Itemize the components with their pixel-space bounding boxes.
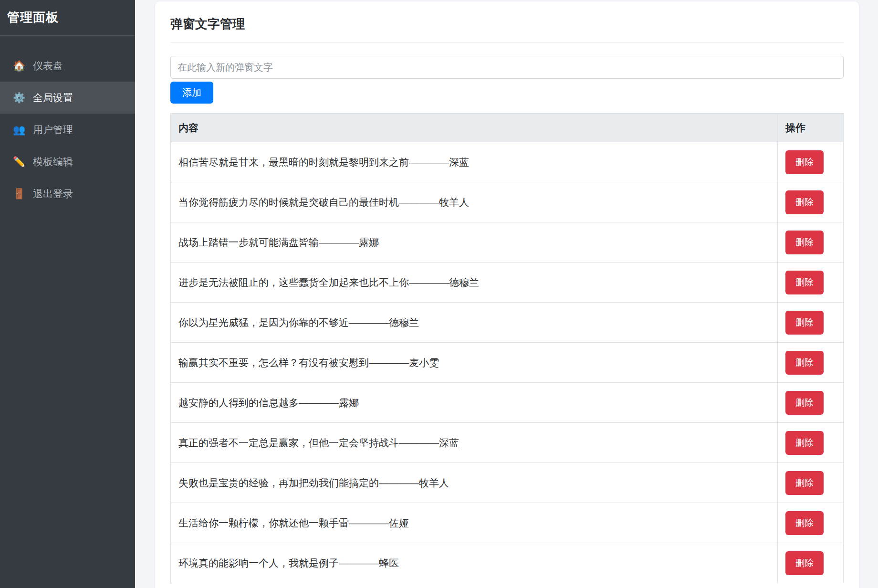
- sidebar-item-logout[interactable]: 🚪 退出登录: [0, 178, 135, 210]
- delete-button[interactable]: 删除: [785, 551, 824, 575]
- action-cell: 删除: [778, 383, 844, 423]
- delete-button[interactable]: 删除: [785, 471, 824, 495]
- table-header-row: 内容 操作: [171, 114, 844, 142]
- delete-button[interactable]: 删除: [785, 311, 824, 335]
- action-cell: 删除: [778, 262, 844, 303]
- action-cell: 删除: [778, 303, 844, 343]
- table-row: 失败也是宝贵的经验，再加把劲我们能搞定的————牧羊人 删除: [171, 463, 844, 503]
- quote-cell: 环境真的能影响一个人，我就是例子————蜂医: [171, 543, 778, 583]
- app-root: 管理面板 🏠 仪表盘 ⚙️ 全局设置 👥 用户管理 ✏️ 模板编辑 🚪 退出登录…: [0, 0, 878, 588]
- sidebar-item-label: 模板编辑: [33, 155, 73, 168]
- action-cell: 删除: [778, 503, 844, 543]
- quote-cell: 生活给你一颗柠檬，你就还他一颗手雷————佐娅: [171, 503, 778, 543]
- gear-icon: ⚙️: [12, 92, 26, 104]
- action-cell: 删除: [778, 543, 844, 583]
- action-cell: 删除: [778, 343, 844, 383]
- door-icon: 🚪: [12, 188, 26, 200]
- table-body: 相信苦尽就是甘来，最黑暗的时刻就是黎明到来之前————深蓝 删除 当你觉得筋疲力…: [171, 142, 844, 583]
- delete-button[interactable]: 删除: [785, 190, 824, 214]
- delete-button[interactable]: 删除: [785, 231, 824, 254]
- delete-button[interactable]: 删除: [785, 511, 824, 535]
- quote-cell: 真正的强者不一定总是赢家，但他一定会坚持战斗————深蓝: [171, 423, 778, 463]
- main-content: 弹窗文字管理 添加 内容 操作 相信苦尽就是甘来，最黑暗的时刻就是黎明到来之前—…: [135, 0, 878, 588]
- delete-button[interactable]: 删除: [785, 391, 824, 415]
- table-row: 当你觉得筋疲力尽的时候就是突破自己的最佳时机————牧羊人 删除: [171, 182, 844, 222]
- delete-button[interactable]: 删除: [785, 431, 824, 455]
- house-icon: 🏠: [12, 60, 26, 72]
- action-cell: 删除: [778, 423, 844, 463]
- popup-text-card: 弹窗文字管理 添加 内容 操作 相信苦尽就是甘来，最黑暗的时刻就是黎明到来之前—…: [155, 1, 859, 588]
- new-popup-text-input[interactable]: [170, 56, 844, 79]
- action-cell: 删除: [778, 182, 844, 222]
- table-row: 相信苦尽就是甘来，最黑暗的时刻就是黎明到来之前————深蓝 删除: [171, 142, 844, 182]
- table-row: 真正的强者不一定总是赢家，但他一定会坚持战斗————深蓝 删除: [171, 423, 844, 463]
- quote-cell: 战场上踏错一步就可能满盘皆输————露娜: [171, 222, 778, 262]
- table-row: 输赢其实不重要，怎么样？有没有被安慰到————麦小雯 删除: [171, 343, 844, 383]
- action-cell: 删除: [778, 222, 844, 262]
- action-cell: 删除: [778, 463, 844, 503]
- quote-cell: 相信苦尽就是甘来，最黑暗的时刻就是黎明到来之前————深蓝: [171, 142, 778, 182]
- table-row: 越安静的人得到的信息越多————露娜 删除: [171, 383, 844, 423]
- table-row: 生活给你一颗柠檬，你就还他一颗手雷————佐娅 删除: [171, 503, 844, 543]
- delete-button[interactable]: 删除: [785, 351, 824, 375]
- sidebar-item-dashboard[interactable]: 🏠 仪表盘: [0, 50, 135, 82]
- delete-button[interactable]: 删除: [785, 150, 824, 174]
- quote-cell: 失败也是宝贵的经验，再加把劲我们能搞定的————牧羊人: [171, 463, 778, 503]
- sidebar-item-user-management[interactable]: 👥 用户管理: [0, 114, 135, 146]
- sidebar-item-label: 全局设置: [33, 91, 73, 105]
- table-row: 战场上踏错一步就可能满盘皆输————露娜 删除: [171, 222, 844, 262]
- users-icon: 👥: [12, 124, 26, 136]
- action-column-header: 操作: [778, 114, 844, 142]
- sidebar-item-global-settings[interactable]: ⚙️ 全局设置: [0, 82, 135, 114]
- sidebar-nav: 🏠 仪表盘 ⚙️ 全局设置 👥 用户管理 ✏️ 模板编辑 🚪 退出登录: [0, 50, 135, 210]
- quote-cell: 输赢其实不重要，怎么样？有没有被安慰到————麦小雯: [171, 343, 778, 383]
- quote-cell: 当你觉得筋疲力尽的时候就是突破自己的最佳时机————牧羊人: [171, 182, 778, 222]
- sidebar-item-label: 退出登录: [33, 187, 73, 200]
- popup-text-table: 内容 操作 相信苦尽就是甘来，最黑暗的时刻就是黎明到来之前————深蓝 删除 当…: [170, 113, 844, 583]
- table-row: 进步是无法被阻止的，这些蠢货全加起来也比不上你————德穆兰 删除: [171, 262, 844, 303]
- sidebar-item-label: 用户管理: [33, 123, 73, 136]
- quote-cell: 进步是无法被阻止的，这些蠢货全加起来也比不上你————德穆兰: [171, 262, 778, 303]
- add-button[interactable]: 添加: [170, 82, 213, 104]
- table-row: 环境真的能影响一个人，我就是例子————蜂医 删除: [171, 543, 844, 583]
- sidebar-item-template-edit[interactable]: ✏️ 模板编辑: [0, 146, 135, 178]
- content-column-header: 内容: [171, 114, 778, 142]
- action-cell: 删除: [778, 142, 844, 182]
- divider: [170, 42, 844, 42]
- app-title: 管理面板: [0, 0, 135, 36]
- sidebar-item-label: 仪表盘: [33, 59, 63, 73]
- delete-button[interactable]: 删除: [785, 271, 824, 294]
- quote-cell: 你以为星光威猛，是因为你靠的不够近————德穆兰: [171, 303, 778, 343]
- sidebar: 管理面板 🏠 仪表盘 ⚙️ 全局设置 👥 用户管理 ✏️ 模板编辑 🚪 退出登录: [0, 0, 135, 588]
- page-title: 弹窗文字管理: [170, 16, 844, 32]
- table-row: 你以为星光威猛，是因为你靠的不够近————德穆兰 删除: [171, 303, 844, 343]
- quote-cell: 越安静的人得到的信息越多————露娜: [171, 383, 778, 423]
- pencil-icon: ✏️: [12, 156, 26, 168]
